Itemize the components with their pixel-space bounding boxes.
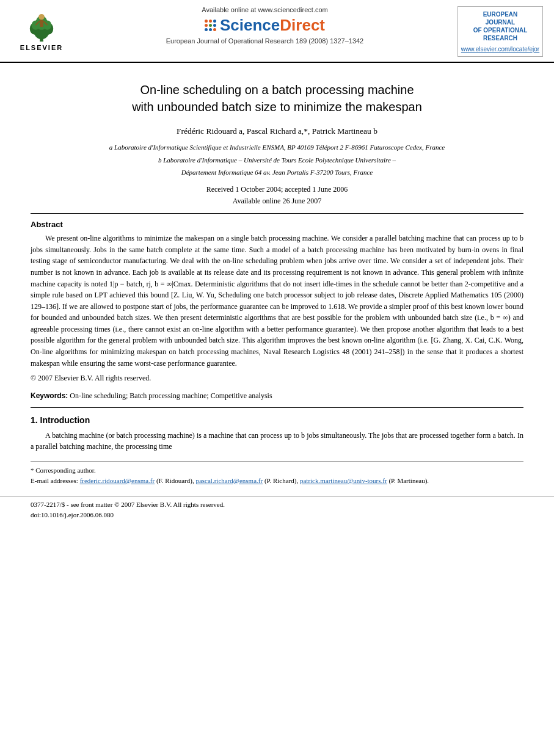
- elsevier-logo-section: ELSEVIER: [11, 6, 72, 57]
- abstract-section: Abstract We present on-line algorithms t…: [31, 220, 523, 384]
- journal-url: www.elsevier.com/locate/ejor: [461, 46, 539, 53]
- email-frederic: frederic.ridouard@ensma.fr: [80, 477, 155, 484]
- header-center: Available online at www.sciencedirect.co…: [78, 6, 451, 57]
- footnotes: * Corresponding author. E-mail addresses…: [31, 461, 523, 485]
- copyright-text: © 2007 Elsevier B.V. All rights reserved…: [31, 373, 523, 384]
- elsevier-wordmark: ELSEVIER: [20, 44, 63, 51]
- intro-text: A batching machine (or batch processing …: [31, 430, 523, 453]
- corresponding-author: * Corresponding author.: [31, 465, 523, 476]
- keywords-text: On-line scheduling; Batch processing mac…: [70, 391, 272, 400]
- email-frederic-name: (F. Ridouard),: [156, 477, 194, 484]
- svg-point-7: [38, 13, 45, 20]
- available-online-text: Available online at www.sciencedirect.co…: [202, 6, 327, 13]
- affiliation-b: b Laboratoire d'Informatique – Universit…: [31, 155, 523, 165]
- divider-2: [31, 407, 523, 408]
- svg-rect-8: [40, 20, 43, 27]
- email-patrick-name: (P. Martineau).: [388, 477, 429, 484]
- email-label: E-mail addresses:: [31, 477, 78, 484]
- sciencedirect-logo: ScienceDirect: [205, 16, 325, 35]
- divider-1: [31, 213, 523, 214]
- affiliation-b2: Département Informatique 64 av. Jean Por…: [31, 167, 523, 178]
- journal-name-header: European Journal of Operational Research…: [166, 37, 364, 45]
- received-date: Received 1 October 2004; accepted 1 June…: [31, 184, 523, 207]
- email-patrick: patrick.martineau@univ-tours.fr: [300, 477, 387, 484]
- keywords-label: Keywords:: [31, 391, 68, 400]
- abstract-text: We present on-line algorithms to minimiz…: [31, 233, 523, 369]
- affiliation-a: a Laboratoire d'Informatique Scientifiqu…: [31, 142, 523, 153]
- keywords: Keywords: On-line scheduling; Batch proc…: [31, 390, 523, 401]
- email-pascal: pascal.richard@ensma.fr: [195, 477, 263, 484]
- email-pascal-name: (P. Richard),: [264, 477, 298, 484]
- abstract-title: Abstract: [31, 220, 523, 229]
- email-addresses: E-mail addresses: frederic.ridouard@ensm…: [31, 476, 523, 486]
- journal-title-box: EUROPEAN JOURNAL OF OPERATIONAL RESEARCH: [473, 10, 528, 42]
- sciencedirect-title: ScienceDirect: [220, 16, 325, 35]
- sd-dots: [205, 20, 216, 31]
- bottom-bar: 0377-2217/$ - see front matter © 2007 El…: [0, 496, 554, 522]
- authors: Frédéric Ridouard a, Pascal Richard a,*,…: [31, 125, 523, 137]
- intro-section-title: 1. Introduction: [31, 415, 523, 425]
- article-title: On-line scheduling on a batch processing…: [31, 81, 523, 115]
- issn-line: 0377-2217/$ - see front matter © 2007 El…: [31, 500, 523, 510]
- journal-box: EUROPEAN JOURNAL OF OPERATIONAL RESEARCH…: [457, 6, 543, 57]
- doi-line: doi:10.1016/j.ejor.2006.06.080: [31, 510, 523, 520]
